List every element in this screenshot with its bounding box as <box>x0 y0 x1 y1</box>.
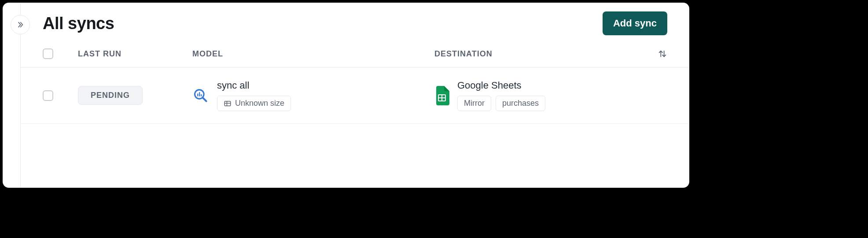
destination-name: Google Sheets <box>457 80 545 91</box>
expand-sidebar-button[interactable] <box>11 15 30 34</box>
column-last-run[interactable]: LAST RUN <box>78 49 192 59</box>
google-sheets-icon <box>434 86 449 105</box>
row-checkbox[interactable] <box>43 90 53 101</box>
add-sync-button[interactable]: Add sync <box>603 11 667 35</box>
destination-tag: Mirror <box>457 96 491 111</box>
table-row[interactable]: PENDING sync all <box>21 67 689 124</box>
destination-cell: Google Sheets Mirror purchases <box>434 80 641 111</box>
select-all-cell <box>43 48 78 59</box>
destination-tags: Mirror purchases <box>457 96 545 111</box>
last-run-cell: PENDING <box>78 86 192 105</box>
page-title: All syncs <box>43 14 114 33</box>
column-destination[interactable]: DESTINATION <box>434 49 641 59</box>
bigquery-icon <box>192 87 209 104</box>
select-all-checkbox[interactable] <box>43 48 53 59</box>
svg-rect-5 <box>199 92 200 97</box>
chevron-double-right-icon <box>16 21 24 29</box>
model-cell: sync all Unknown size <box>192 80 434 111</box>
model-body: sync all Unknown size <box>217 80 291 111</box>
model-size-label: Unknown size <box>235 99 284 108</box>
sort-button[interactable] <box>641 49 667 59</box>
page-header: All syncs Add sync <box>21 3 689 44</box>
table-icon <box>224 100 232 108</box>
column-model[interactable]: MODEL <box>192 49 434 59</box>
main-content: All syncs Add sync LAST RUN MODEL DESTIN… <box>21 3 689 188</box>
sort-icon <box>658 49 667 59</box>
model-name: sync all <box>217 80 291 91</box>
svg-rect-4 <box>197 93 198 96</box>
destination-body: Google Sheets Mirror purchases <box>457 80 545 111</box>
destination-tag: purchases <box>496 96 545 111</box>
svg-line-3 <box>203 97 206 101</box>
svg-rect-6 <box>201 94 202 96</box>
model-size-chip: Unknown size <box>217 96 291 111</box>
table-header-row: LAST RUN MODEL DESTINATION <box>21 44 689 67</box>
app-window: All syncs Add sync LAST RUN MODEL DESTIN… <box>3 3 689 188</box>
status-badge: PENDING <box>78 86 143 105</box>
row-checkbox-cell <box>43 90 78 101</box>
